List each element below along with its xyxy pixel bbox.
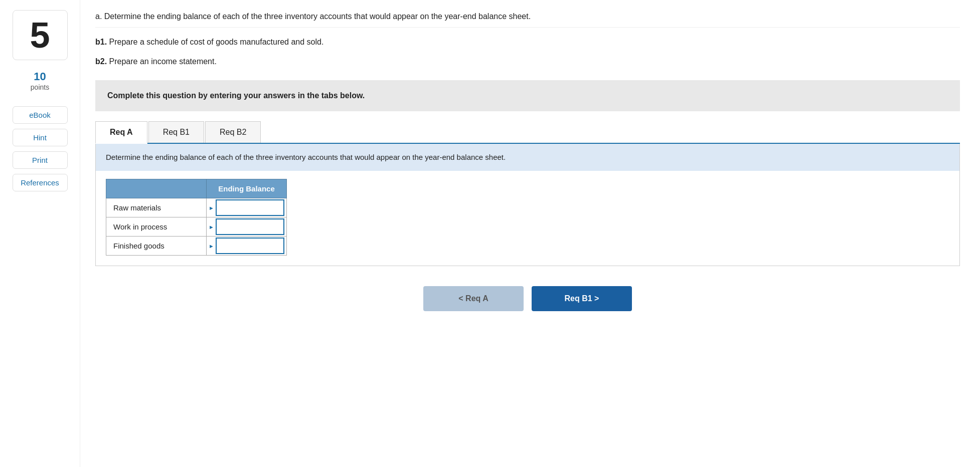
instruction-box: Complete this question by entering your … xyxy=(95,80,960,111)
main-content: a. Determine the ending balance of each … xyxy=(80,0,980,467)
raw-materials-input-cell: ► xyxy=(207,198,287,217)
work-in-process-input[interactable] xyxy=(216,218,284,235)
table-ending-balance-header: Ending Balance xyxy=(207,179,287,198)
b1-prefix: b1. xyxy=(95,38,107,46)
table-label-header xyxy=(106,179,207,198)
work-in-process-label: Work in process xyxy=(106,217,207,237)
next-button[interactable]: Req B1 > xyxy=(532,286,632,311)
instruction-text: Complete this question by entering your … xyxy=(107,91,365,100)
hint-button[interactable]: Hint xyxy=(13,129,68,146)
print-button[interactable]: Print xyxy=(13,151,68,169)
raw-materials-label: Raw materials xyxy=(106,198,207,217)
finished-goods-input[interactable] xyxy=(216,238,284,254)
raw-materials-arrow-icon: ► xyxy=(209,205,214,211)
points-section: 10 points xyxy=(31,70,49,91)
question-line-b2: b2. Prepare an income statement. xyxy=(95,55,960,68)
b2-text: Prepare an income statement. xyxy=(107,57,217,66)
sidebar: 5 10 points eBook Hint Print References xyxy=(0,0,80,467)
references-button[interactable]: References xyxy=(13,174,68,191)
work-in-process-input-cell: ► xyxy=(207,217,287,237)
raw-materials-input[interactable] xyxy=(216,199,284,216)
b2-prefix: b2. xyxy=(95,57,107,66)
nav-buttons: < Req A Req B1 > xyxy=(95,286,960,311)
question-number: 5 xyxy=(30,15,50,56)
blue-instruction: Determine the ending balance of each of … xyxy=(96,144,959,171)
table-row: Raw materials ► xyxy=(106,198,287,217)
inventory-table: Ending Balance Raw materials ► xyxy=(106,179,287,256)
prev-button[interactable]: < Req A xyxy=(423,286,524,311)
finished-goods-arrow-icon: ► xyxy=(209,243,214,249)
question-number-box: 5 xyxy=(13,10,68,60)
finished-goods-label: Finished goods xyxy=(106,237,207,256)
work-in-process-arrow-icon: ► xyxy=(209,224,214,230)
question-line-b1: b1. Prepare a schedule of cost of goods … xyxy=(95,36,960,49)
table-row: Finished goods ► xyxy=(106,237,287,256)
table-row: Work in process ► xyxy=(106,217,287,237)
tab-req-a[interactable]: Req A xyxy=(95,121,147,144)
tab-req-b1[interactable]: Req B1 xyxy=(148,121,204,143)
tab-req-b2[interactable]: Req B2 xyxy=(205,121,261,143)
finished-goods-input-cell: ► xyxy=(207,237,287,256)
points-label: points xyxy=(31,83,49,91)
tabs-container: Req A Req B1 Req B2 xyxy=(95,121,960,144)
b1-text: Prepare a schedule of cost of goods manu… xyxy=(107,38,323,46)
ebook-button[interactable]: eBook xyxy=(13,106,68,124)
points-value: 10 xyxy=(31,70,49,83)
tab-content-req-a: Determine the ending balance of each of … xyxy=(95,144,960,267)
question-line-a: a. Determine the ending balance of each … xyxy=(95,10,960,28)
